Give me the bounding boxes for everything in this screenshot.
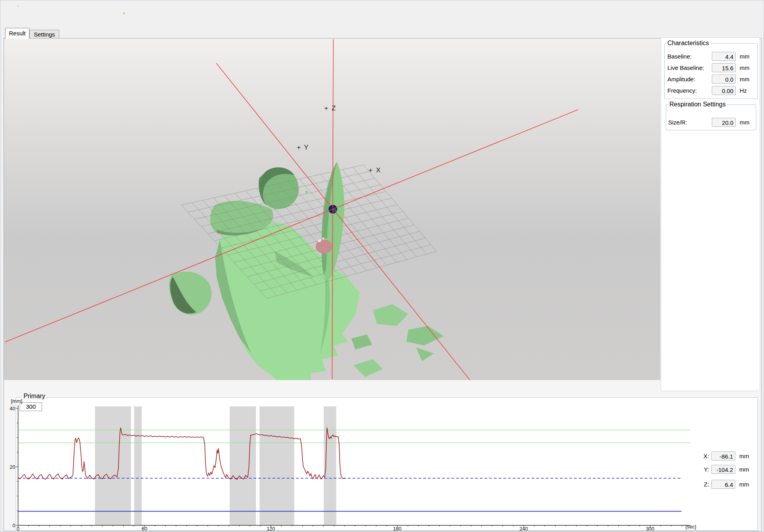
frequency-label: Frequency:	[667, 87, 697, 94]
size-r-field[interactable]: 20.0	[712, 118, 736, 127]
axis-x-label: + X	[369, 166, 381, 174]
axis-z-label: + Z	[324, 104, 336, 112]
frequency-field[interactable]: 0.00	[712, 86, 736, 95]
respiration-settings-groupbox	[666, 104, 756, 130]
size-r-unit: mm	[740, 119, 749, 126]
tab-settings[interactable]: Settings	[29, 30, 59, 38]
frequency-unit: Hz	[740, 87, 747, 94]
3d-surface-viewport[interactable]	[4, 38, 660, 380]
respiration-settings-title: Respiration Settings	[668, 101, 727, 108]
application-window: { "window": { "tabs": [ {"label": "Resul…	[0, 0, 764, 532]
dust-speck	[123, 13, 125, 14]
dust-speck	[17, 5, 18, 7]
baseline-unit: mm	[740, 53, 749, 60]
size-r-label: Size/R:	[668, 119, 687, 126]
pos-y-field[interactable]: -104.2	[711, 465, 735, 474]
pos-z-field[interactable]: 6.4	[711, 480, 735, 489]
live-baseline-unit: mm	[740, 64, 749, 71]
y-axis-unit-label: [mm]	[11, 398, 22, 404]
pos-z-unit: mm	[739, 481, 749, 488]
amplitude-label: Amplitude:	[667, 76, 695, 82]
pos-x-field[interactable]: -86.1	[711, 452, 735, 461]
pos-y-unit: mm	[739, 466, 749, 473]
x-axis-unit-label: [sec]	[685, 524, 696, 530]
pos-x-label: X:	[691, 453, 709, 459]
baseline-label: Baseline:	[667, 53, 692, 60]
primary-chart-panel	[16, 397, 758, 531]
primary-chart-title: Primary	[22, 393, 47, 400]
pos-y-label: Y:	[691, 466, 709, 473]
live-baseline-field[interactable]: 15.6	[712, 63, 736, 72]
pos-x-unit: mm	[739, 453, 749, 459]
axis-y-label: + Y	[297, 144, 309, 152]
live-baseline-label: Live Baseline:	[667, 64, 704, 71]
tab-result[interactable]: Result	[5, 28, 29, 39]
characteristics-title: Characteristics	[666, 40, 710, 47]
baseline-field[interactable]: 4.4	[712, 52, 736, 61]
amplitude-field[interactable]: 0.0	[712, 75, 736, 84]
pos-z-label: Z:	[691, 481, 709, 488]
amplitude-unit: mm	[740, 76, 749, 82]
axis-range-box[interactable]: 300	[20, 402, 42, 411]
